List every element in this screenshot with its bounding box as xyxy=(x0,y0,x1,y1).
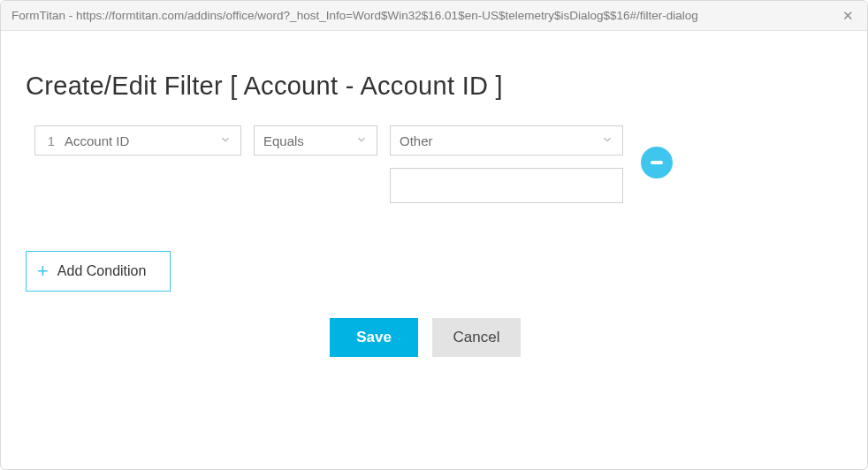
add-condition-label: Add Condition xyxy=(57,263,147,279)
cancel-button[interactable]: Cancel xyxy=(432,318,521,357)
chevron-down-icon xyxy=(601,133,613,148)
save-button[interactable]: Save xyxy=(330,318,418,357)
close-icon[interactable]: ✕ xyxy=(839,8,857,24)
page-title: Create/Edit Filter [ Account - Account I… xyxy=(26,72,842,101)
titlebar: FormTitan - https://formtitan.com/addins… xyxy=(1,1,867,31)
operator-select-label: Equals xyxy=(263,133,304,148)
footer-buttons: Save Cancel xyxy=(8,318,842,357)
condition-row: 1 Account ID Equals Other xyxy=(34,125,842,203)
window-title: FormTitan - https://formtitan.com/addins… xyxy=(11,9,839,22)
add-condition-button[interactable]: + Add Condition xyxy=(26,251,171,292)
value-input[interactable] xyxy=(390,168,623,203)
dialog-content: Create/Edit Filter [ Account - Account I… xyxy=(1,31,867,357)
field-select[interactable]: Account ID xyxy=(56,125,241,155)
field-group: 1 Account ID xyxy=(34,125,241,155)
dialog-window: FormTitan - https://formtitan.com/addins… xyxy=(0,0,868,470)
plus-icon: + xyxy=(37,262,49,281)
minus-icon xyxy=(651,161,663,164)
remove-condition-button[interactable] xyxy=(641,147,673,178)
chevron-down-icon xyxy=(355,133,368,148)
value-type-select[interactable]: Other xyxy=(390,125,623,155)
field-select-label: Account ID xyxy=(65,133,129,148)
value-type-label: Other xyxy=(400,133,433,148)
chevron-down-icon xyxy=(219,133,232,148)
value-column: Other xyxy=(390,125,623,203)
operator-select[interactable]: Equals xyxy=(254,125,377,155)
